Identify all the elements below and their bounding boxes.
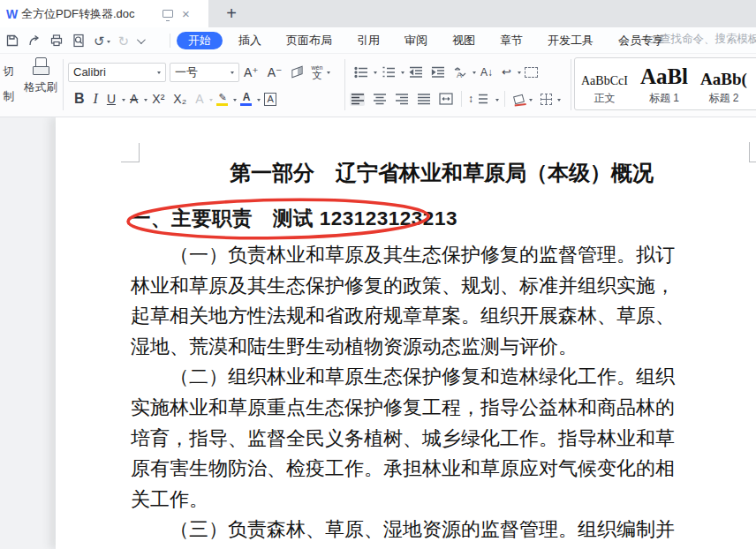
divider bbox=[344, 59, 345, 110]
font-color-button[interactable]: A bbox=[240, 92, 252, 106]
copy-button[interactable]: 制 bbox=[0, 89, 14, 104]
pinyin-dropdown-caret[interactable] bbox=[327, 71, 330, 76]
font-color-letter: A bbox=[243, 92, 251, 102]
asian-layout-button[interactable]: A bbox=[452, 65, 467, 79]
close-tab-icon[interactable]: × bbox=[182, 7, 190, 20]
format-painter-button[interactable]: 格式刷 bbox=[21, 56, 60, 95]
body-line: （一）负责林业和草原及其生态保护修复的监督管理。拟订 bbox=[131, 240, 675, 271]
document-tab-bar: W 全方位PDF转换器.doc × + bbox=[0, 0, 756, 27]
clear-format-icon[interactable] bbox=[292, 65, 303, 78]
strikethrough-caret[interactable] bbox=[144, 99, 147, 103]
body-line: （三）负责森林、草原、湿地资源的监督管理。组织编制并 bbox=[131, 515, 675, 545]
command-search-input[interactable]: 查找命令、搜索模板 bbox=[648, 32, 756, 47]
text-direction-icon[interactable] bbox=[525, 67, 538, 78]
document-title: 第一部分 辽宁省林业和草原局（本级）概况 bbox=[131, 159, 752, 187]
style-heading2[interactable]: AaBb( 标题 2 bbox=[694, 58, 753, 109]
sort-button[interactable]: A↓ bbox=[476, 66, 497, 79]
ribbon: 切 制 格式刷 Calibri 一号 A⁺ A⁻ wén 文 B I U A X… bbox=[0, 53, 756, 117]
document-body[interactable]: （一）负责林业和草原及其生态保护修复的监督管理。拟订 林业和草原及其生态保护修复… bbox=[131, 240, 675, 545]
asian-layout-caret[interactable] bbox=[472, 71, 476, 76]
line-spacing-bars-icon[interactable] bbox=[475, 93, 490, 106]
undo-dropdown-caret[interactable] bbox=[107, 41, 110, 45]
style-heading1[interactable]: AaBl 标题 1 bbox=[634, 58, 694, 109]
body-line: 实施林业和草原重点生态保护修复工程，指导公益林和商品林的 bbox=[131, 393, 675, 424]
ribbon-tabs: 开始 插入 页面布局 引用 审阅 视图 章节 开发工具 会员专享 bbox=[177, 27, 677, 53]
tab-view[interactable]: 视图 bbox=[440, 32, 488, 49]
export-icon[interactable] bbox=[27, 34, 42, 48]
tab-references[interactable]: 引用 bbox=[344, 32, 392, 49]
underline-caret[interactable] bbox=[122, 99, 125, 103]
show-marks-button[interactable]: ↩ bbox=[497, 65, 516, 79]
numbered-list-caret[interactable] bbox=[401, 71, 404, 76]
decrease-indent-button[interactable] bbox=[408, 65, 423, 79]
save-icon[interactable] bbox=[5, 34, 19, 48]
quick-access-toolbar: ↺ ↻ bbox=[5, 30, 143, 51]
font-name-select[interactable]: Calibri bbox=[68, 63, 166, 82]
highlight-color-bar bbox=[216, 103, 228, 106]
undo-icon[interactable]: ↺ bbox=[94, 34, 105, 48]
pinyin-bottom: 文 bbox=[312, 71, 321, 80]
highlighter-icon: ✎ bbox=[218, 93, 226, 102]
superscript-button[interactable]: X² bbox=[147, 92, 169, 106]
tab-review[interactable]: 审阅 bbox=[392, 32, 440, 49]
section-heading: 一、主要职责 测试 123123123213 bbox=[131, 205, 457, 232]
format-painter-label: 格式刷 bbox=[21, 80, 60, 95]
bold-button[interactable]: B bbox=[70, 91, 89, 107]
body-line: 林业和草原及其生态保护修复的政策、规划、标准并组织实施， bbox=[131, 271, 675, 302]
tab-sections[interactable]: 章节 bbox=[488, 32, 535, 49]
style-label: 正文 bbox=[593, 91, 615, 106]
font-size-value: 一号 bbox=[175, 64, 198, 80]
undo-button[interactable]: ↺ bbox=[94, 34, 110, 48]
customize-toolbar-chevron-icon[interactable] bbox=[137, 35, 146, 44]
underline-button[interactable]: U bbox=[102, 92, 120, 106]
increase-indent-button[interactable] bbox=[430, 65, 445, 79]
tab-insert[interactable]: 插入 bbox=[226, 32, 274, 49]
line-spacing-caret[interactable] bbox=[495, 99, 499, 103]
italic-button[interactable]: I bbox=[89, 91, 102, 107]
borders-icon[interactable] bbox=[541, 94, 552, 105]
style-normal[interactable]: AaBbCcI 正文 bbox=[575, 58, 634, 109]
shading-icon[interactable] bbox=[513, 94, 525, 104]
align-left-button[interactable] bbox=[350, 93, 365, 106]
divider bbox=[571, 59, 571, 110]
numbered-list-button[interactable] bbox=[381, 65, 396, 79]
font-color-caret[interactable] bbox=[257, 99, 261, 103]
divider bbox=[170, 34, 170, 48]
justify-button[interactable] bbox=[416, 93, 431, 106]
bullet-list-button[interactable] bbox=[353, 65, 368, 79]
redo-icon: ↻ bbox=[118, 34, 130, 48]
font-color-bar bbox=[240, 103, 252, 106]
align-center-button[interactable] bbox=[372, 93, 387, 106]
page[interactable]: 第一部分 辽宁省林业和草原局（本级）概况 一、主要职责 测试 123123123… bbox=[56, 117, 756, 549]
print-icon[interactable] bbox=[49, 34, 64, 48]
shading-caret[interactable] bbox=[529, 99, 533, 103]
cut-button[interactable]: 切 bbox=[0, 64, 14, 79]
strikethrough-button[interactable]: A bbox=[125, 92, 142, 106]
document-area: 第一部分 辽宁省林业和草原局（本级）概况 一、主要职责 测试 123123123… bbox=[0, 117, 756, 549]
align-right-button[interactable] bbox=[394, 93, 409, 106]
styles-gallery: AaBbCcI 正文 AaBl 标题 1 AaBb( 标题 2 A bbox=[574, 57, 756, 110]
shrink-font-button[interactable]: A⁻ bbox=[263, 65, 287, 79]
distribute-button[interactable] bbox=[438, 93, 453, 106]
tab-page-layout[interactable]: 页面布局 bbox=[274, 32, 344, 49]
highlight-color-button[interactable]: ✎ bbox=[216, 93, 228, 106]
grow-font-button[interactable]: A⁺ bbox=[239, 65, 263, 79]
pinyin-guide-button[interactable]: wén 文 bbox=[308, 64, 325, 80]
highlight-caret[interactable] bbox=[233, 99, 237, 103]
session-monitor-icon[interactable] bbox=[163, 10, 173, 18]
style-label: 标题 1 bbox=[649, 91, 679, 106]
search-placeholder: 查找命令、搜索模板 bbox=[660, 32, 756, 47]
new-tab-button[interactable]: + bbox=[219, 2, 244, 26]
bullet-list-caret[interactable] bbox=[374, 71, 377, 76]
font-size-select[interactable]: 一号 bbox=[170, 63, 239, 82]
document-tab[interactable]: W 全方位PDF转换器.doc × bbox=[0, 0, 208, 27]
subscript-button[interactable]: X₂ bbox=[169, 92, 191, 106]
tab-developer[interactable]: 开发工具 bbox=[535, 32, 606, 49]
show-marks-caret[interactable] bbox=[518, 71, 521, 76]
line-spacing-button[interactable]: ↕ bbox=[466, 93, 475, 105]
print-preview-icon[interactable] bbox=[72, 34, 86, 48]
borders-caret[interactable] bbox=[557, 99, 561, 103]
body-line: 关工作。 bbox=[131, 485, 675, 515]
character-border-button[interactable]: A bbox=[264, 93, 276, 106]
tab-home[interactable]: 开始 bbox=[177, 32, 223, 49]
